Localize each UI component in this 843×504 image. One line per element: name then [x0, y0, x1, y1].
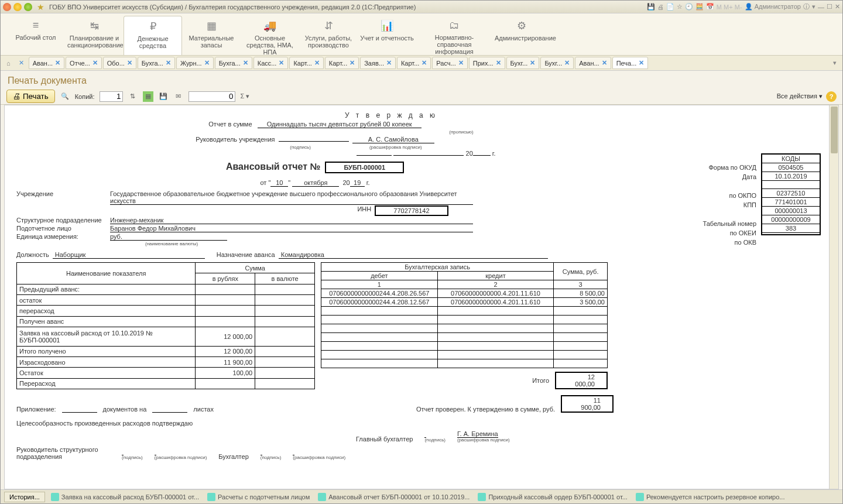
tab-close-icon[interactable]: ✕ — [279, 59, 284, 67]
favorite-icon[interactable]: ★ — [37, 2, 44, 12]
max-icon[interactable]: ☐ — [827, 3, 832, 11]
doc-icon — [207, 493, 215, 501]
tab-close-icon[interactable]: ✕ — [314, 59, 320, 67]
tab-more-icon[interactable]: ▾ — [830, 57, 840, 68]
nav-services[interactable]: ⇵Услуги, работы, производство — [299, 16, 358, 55]
tab-close-icon[interactable]: ✕ — [458, 59, 464, 67]
indicators-table: Наименование показателяСумма в рубляхв в… — [16, 262, 315, 389]
report-sum: Одиннадцать тысяч девятьсот рублей 00 ко… — [258, 121, 422, 128]
tab-7[interactable]: Карт...✕ — [289, 57, 323, 69]
copies-input[interactable] — [100, 91, 123, 102]
tab-14[interactable]: Бухг...✕ — [540, 57, 574, 69]
table-row: Предыдущий аванс: — [17, 284, 315, 294]
statusbar-item[interactable]: Приходный кассовый ордер БУБП-000001 от.… — [474, 492, 630, 502]
tab-close-icon[interactable]: ✕ — [639, 59, 644, 67]
doc-icon[interactable]: 📄 — [666, 3, 674, 11]
grid-icon: ▦ — [184, 19, 238, 32]
table-icon[interactable]: ▦ — [143, 91, 153, 102]
tab-close-icon[interactable]: ✕ — [92, 59, 98, 67]
tab-close-icon[interactable]: ✕ — [243, 59, 248, 67]
table-row: остаток — [17, 294, 315, 305]
print-icon[interactable]: 🖨 — [657, 4, 664, 11]
table-row: Итого получено12 000,00 — [17, 346, 315, 356]
tab-16[interactable]: Печа...✕ — [612, 57, 649, 69]
tab-5[interactable]: Бухга...✕ — [215, 57, 252, 69]
document-area[interactable]: У т в е р ж д а ю Отчет в сумме Одиннадц… — [4, 105, 839, 489]
tab-close-icon[interactable]: ✕ — [55, 59, 60, 67]
tab-close-icon[interactable]: ✕ — [496, 59, 501, 67]
nav-assets[interactable]: 🚚Основные средства, НМА, НПА — [241, 16, 299, 55]
accounting-table: Бухгалтерская записьСумма, руб. дебеткре… — [321, 262, 608, 368]
nav-reference[interactable]: 🗂Нормативно-справочная информация — [416, 16, 492, 55]
help-button[interactable]: ? — [826, 91, 837, 102]
tab-2[interactable]: Обо...✕ — [103, 57, 136, 69]
tab-11[interactable]: Расч...✕ — [432, 57, 467, 69]
statusbar-item[interactable]: Заявка на кассовый расход БУБП-000001 от… — [47, 492, 203, 502]
spinner-icon[interactable]: ⇅ — [128, 91, 138, 102]
menu-icon: ≡ — [9, 19, 63, 32]
nav-materials[interactable]: ▦Материальные запасы — [182, 16, 241, 55]
tab-close-icon[interactable]: ✕ — [386, 59, 392, 67]
tab-close-icon[interactable]: ✕ — [564, 59, 570, 67]
approve-label: У т в е р ж д а ю — [169, 111, 614, 119]
tab-close-icon[interactable]: ✕ — [349, 59, 355, 67]
window-title: ГОБУ ВПО Университет искусств (Субсидия)… — [49, 4, 645, 11]
nav-report[interactable]: 📊Учет и отчетность — [358, 16, 416, 55]
calc-icon[interactable]: 🧮 — [695, 3, 704, 11]
report-sum-label: Отчет в сумме — [208, 121, 252, 128]
table-row: Израсходовано11 900,00 — [17, 357, 315, 368]
tab-home-icon[interactable]: ⌂ — [3, 58, 14, 68]
window-max-btn[interactable] — [24, 3, 32, 11]
tab-0[interactable]: Аван...✕ — [29, 57, 64, 69]
cal-icon[interactable]: 📅 — [706, 3, 714, 11]
tab-3[interactable]: Бухга...✕ — [138, 57, 175, 69]
statusbar-item[interactable]: Расчеты с подотчетным лицом — [204, 492, 313, 502]
nav-money[interactable]: ₽Денежные средства — [124, 16, 182, 55]
tab-close-all[interactable]: ✕ — [15, 57, 28, 68]
tab-8[interactable]: Карт...✕ — [325, 57, 359, 69]
mail-icon[interactable]: ✉ — [173, 91, 184, 102]
window-close-btn[interactable] — [3, 3, 11, 11]
sum-input[interactable] — [189, 91, 235, 102]
tab-12[interactable]: Прих...✕ — [469, 57, 505, 69]
user-label[interactable]: 👤 Администратор — [745, 3, 801, 11]
nav-ribbon: ≡Рабочий стол ↹Планирование и санкционир… — [1, 13, 842, 56]
print-button[interactable]: 🖨 Печать — [6, 90, 55, 103]
tab-close-icon[interactable]: ✕ — [530, 59, 535, 67]
tab-13[interactable]: Бухг...✕ — [506, 57, 540, 69]
doc-icon — [636, 493, 644, 501]
sigma-icon[interactable]: Σ ▾ — [240, 91, 251, 102]
statusbar-item[interactable]: Рекомендуется настроить резервное копиро… — [632, 492, 789, 502]
tab-close-icon[interactable]: ✕ — [602, 59, 607, 67]
clock-icon[interactable]: 🕘 — [685, 3, 693, 11]
close-icon[interactable]: ✕ — [835, 3, 840, 11]
save-tb-icon[interactable]: 💾 — [158, 91, 169, 102]
all-actions-link[interactable]: Все действия ▾ — [777, 92, 823, 100]
nav-desktop[interactable]: ≡Рабочий стол — [6, 16, 65, 55]
tab-4[interactable]: Журн...✕ — [176, 57, 214, 69]
tab-close-icon[interactable]: ✕ — [127, 59, 132, 67]
min-icon[interactable]: ▾ — [812, 3, 815, 11]
nav-planning[interactable]: ↹Планирование и санкционирование — [65, 16, 124, 55]
tab-10[interactable]: Карт...✕ — [397, 57, 431, 69]
tab-close-icon[interactable]: ✕ — [204, 59, 210, 67]
tab-9[interactable]: Заяв...✕ — [360, 57, 396, 69]
statusbar-item[interactable]: Авансовый отчет БУБП-000001 от 10.10.201… — [314, 492, 473, 502]
tab-1[interactable]: Отче...✕ — [66, 57, 102, 69]
tab-15[interactable]: Аван...✕ — [575, 57, 611, 69]
nav-admin[interactable]: ⚙Администрирование — [492, 16, 551, 55]
save-icon[interactable]: 💾 — [647, 3, 655, 11]
tab-6[interactable]: Касс...✕ — [253, 57, 289, 69]
star-icon[interactable]: ☆ — [677, 3, 683, 11]
history-button[interactable]: История... — [4, 492, 45, 502]
table-row: Остаток100,00 — [17, 368, 315, 378]
preview-icon[interactable]: 🔍 — [60, 91, 70, 102]
scrollbar-vertical[interactable] — [829, 105, 838, 489]
doc-icon — [318, 493, 326, 501]
tab-close-icon[interactable]: ✕ — [422, 59, 427, 67]
chart-icon: 📊 — [360, 19, 414, 32]
window-min-btn[interactable] — [13, 3, 22, 11]
restore-icon[interactable]: — — [818, 4, 824, 11]
tab-close-icon[interactable]: ✕ — [166, 59, 171, 67]
info-icon[interactable]: ⓘ — [803, 2, 810, 11]
